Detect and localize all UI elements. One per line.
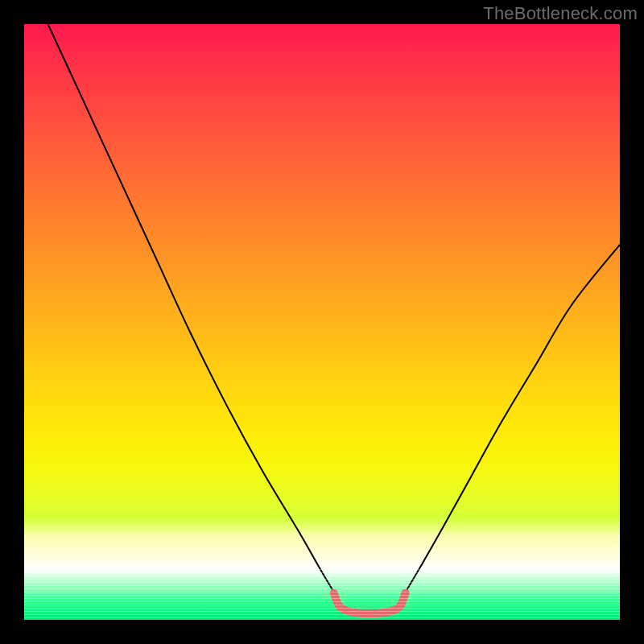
watermark-text: TheBottleneck.com [483, 3, 638, 24]
plot-area [24, 24, 620, 620]
plot-svg [24, 24, 620, 620]
series-bottom-band [334, 593, 406, 613]
series-left-branch [48, 24, 341, 602]
series-right-branch [399, 245, 620, 602]
chart-frame: TheBottleneck.com [0, 0, 644, 644]
